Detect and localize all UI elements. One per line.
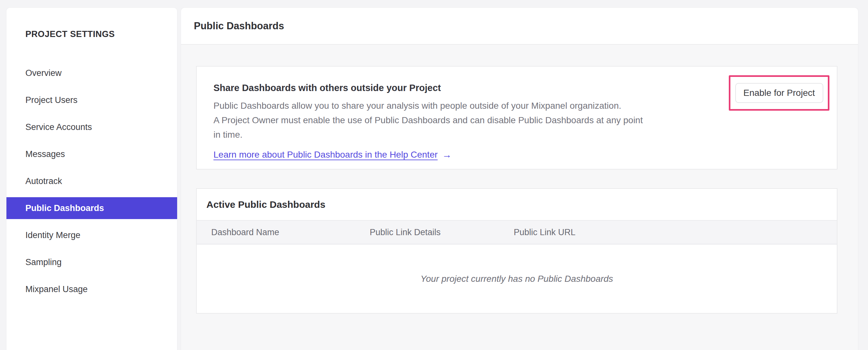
share-dashboards-card: Share Dashboards with others outside you… bbox=[196, 66, 837, 170]
help-link-row: Learn more about Public Dashboards in th… bbox=[214, 149, 837, 160]
sidebar-item-messages[interactable]: Messages bbox=[6, 141, 177, 168]
sidebar-item-project-users[interactable]: Project Users bbox=[6, 87, 177, 114]
sidebar-item-identity-merge[interactable]: Identity Merge bbox=[6, 222, 177, 249]
active-card-title: Active Public Dashboards bbox=[207, 199, 326, 210]
sidebar-nav: Overview Project Users Service Accounts … bbox=[6, 59, 177, 303]
column-public-link-url: Public Link URL bbox=[514, 221, 576, 244]
enable-for-project-button[interactable]: Enable for Project bbox=[735, 83, 823, 103]
description-line-2: A Project Owner must enable the use of P… bbox=[214, 113, 663, 127]
column-public-link-details: Public Link Details bbox=[370, 221, 441, 244]
sidebar-item-public-dashboards[interactable]: Public Dashboards bbox=[6, 197, 177, 219]
dashboards-empty-state: Your project currently has no Public Das… bbox=[197, 244, 837, 313]
column-dashboard-name: Dashboard Name bbox=[211, 221, 279, 244]
highlight-annotation-box: Enable for Project bbox=[729, 75, 830, 111]
active-dashboards-card: Active Public Dashboards Dashboard Name … bbox=[196, 188, 837, 314]
empty-state-message: Your project currently has no Public Das… bbox=[421, 274, 613, 284]
main-panel: Public Dashboards Share Dashboards with … bbox=[181, 7, 858, 350]
page-title: Public Dashboards bbox=[194, 20, 284, 32]
settings-sidebar: PROJECT SETTINGS Overview Project Users … bbox=[6, 7, 178, 350]
sidebar-item-autotrack[interactable]: Autotrack bbox=[6, 168, 177, 195]
help-center-link[interactable]: Learn more about Public Dashboards in th… bbox=[214, 150, 437, 160]
sidebar-item-overview[interactable]: Overview bbox=[6, 59, 177, 87]
project-settings-screen: PROJECT SETTINGS Overview Project Users … bbox=[0, 0, 868, 350]
sidebar-item-service-accounts[interactable]: Service Accounts bbox=[6, 114, 177, 141]
share-card-description: Public Dashboards allow you to share you… bbox=[214, 98, 663, 142]
description-line-1: Public Dashboards allow you to share you… bbox=[214, 98, 663, 113]
page-header: Public Dashboards bbox=[181, 8, 858, 45]
sidebar-title: PROJECT SETTINGS bbox=[6, 27, 177, 41]
sidebar-item-sampling[interactable]: Sampling bbox=[6, 249, 177, 276]
active-card-header: Active Public Dashboards bbox=[197, 189, 837, 221]
sidebar-item-mixpanel-usage[interactable]: Mixpanel Usage bbox=[6, 276, 177, 303]
description-line-3: in time. bbox=[214, 127, 663, 142]
dashboards-table-header: Dashboard Name Public Link Details Publi… bbox=[197, 221, 837, 244]
arrow-right-icon: → bbox=[442, 149, 452, 160]
content-area: Share Dashboards with others outside you… bbox=[181, 46, 858, 350]
